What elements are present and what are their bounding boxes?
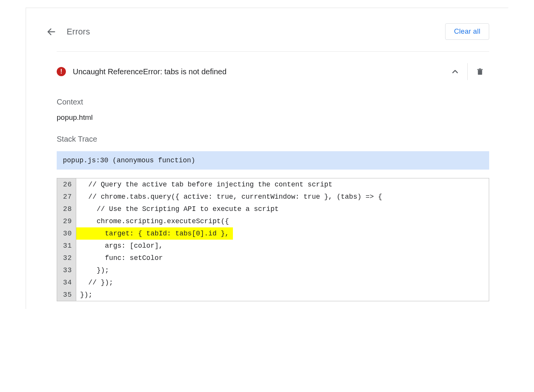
line-number: 27 (57, 191, 76, 203)
code-line: 33 }); (57, 264, 489, 276)
line-number: 35 (57, 289, 76, 301)
error-icon: ! (57, 67, 66, 76)
clear-all-button[interactable]: Clear all (445, 23, 489, 40)
code-text: }); (76, 289, 489, 301)
code-line: 26 // Query the active tab before inject… (57, 178, 489, 191)
line-number: 32 (57, 252, 76, 264)
error-header-row: ! Uncaught ReferenceError: tabs is not d… (57, 59, 489, 88)
line-number: 29 (57, 215, 76, 227)
divider (467, 63, 468, 80)
header: Errors Clear all (41, 16, 493, 51)
line-number: 33 (57, 264, 76, 276)
collapse-toggle[interactable] (446, 62, 464, 81)
context-heading: Context (57, 98, 489, 106)
code-text: // chrome.tabs.query({ active: true, cur… (76, 191, 489, 203)
arrow-left-icon (46, 27, 56, 37)
code-text: }); (76, 264, 489, 276)
error-row-right (446, 62, 489, 81)
error-content: ! Uncaught ReferenceError: tabs is not d… (57, 51, 489, 301)
line-number: 28 (57, 203, 76, 215)
code-viewer: 26 // Query the active tab before inject… (57, 178, 489, 301)
line-number: 34 (57, 276, 76, 289)
code-line: 35}); (57, 289, 489, 301)
code-text: // }); (76, 276, 489, 289)
code-line: 27 // chrome.tabs.query({ active: true, … (57, 191, 489, 203)
code-line: 32 func: setColor (57, 252, 489, 264)
line-number: 26 (57, 178, 76, 191)
code-text: args: [color], (76, 240, 489, 252)
code-line: 28 // Use the Scripting API to execute a… (57, 203, 489, 215)
error-row-left: ! Uncaught ReferenceError: tabs is not d… (57, 67, 226, 76)
trash-icon (476, 67, 484, 76)
code-line: 30 target: { tabId: tabs[0].id }, (57, 227, 489, 240)
stack-frame[interactable]: popup.js:30 (anonymous function) (57, 151, 489, 170)
code-text: // Query the active tab before injecting… (76, 178, 489, 191)
chevron-up-icon (450, 67, 460, 76)
errors-panel: Errors Clear all ! Uncaught ReferenceErr… (26, 8, 508, 309)
line-number: 30 (57, 227, 76, 240)
code-line: 31 args: [color], (57, 240, 489, 252)
code-text: chrome.scripting.executeScript({ (76, 215, 489, 227)
back-button[interactable] (45, 26, 57, 38)
stack-trace-heading: Stack Trace (57, 135, 489, 144)
code-text: // Use the Scripting API to execute a sc… (76, 203, 489, 215)
error-message: Uncaught ReferenceError: tabs is not def… (73, 67, 226, 76)
context-value: popup.html (57, 113, 489, 122)
line-number: 31 (57, 240, 76, 252)
header-left: Errors (45, 26, 90, 38)
page-title: Errors (67, 27, 90, 37)
code-line: 34 // }); (57, 276, 489, 289)
code-line: 29 chrome.scripting.executeScript({ (57, 215, 489, 227)
code-text: func: setColor (76, 252, 489, 264)
delete-error-button[interactable] (471, 62, 489, 81)
code-text: target: { tabId: tabs[0].id }, (76, 227, 489, 240)
